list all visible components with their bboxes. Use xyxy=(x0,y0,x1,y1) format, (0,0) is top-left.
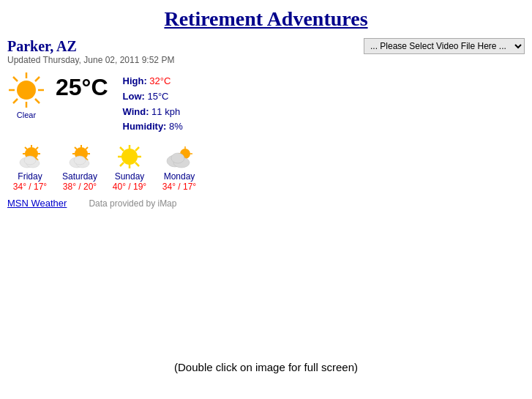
svg-line-25 xyxy=(75,147,78,150)
fullscreen-hint: (Double click on image for full screen) xyxy=(0,215,532,373)
wind-value: 11 kph xyxy=(151,106,180,117)
location-info: Parker, AZ Updated Thursday, June 02, 20… xyxy=(7,38,174,65)
forecast-icon-sunday xyxy=(115,143,144,170)
svg-line-36 xyxy=(120,147,124,151)
svg-line-27 xyxy=(85,147,88,150)
forecast-day-name-saturday: Saturday xyxy=(62,171,97,182)
svg-point-8 xyxy=(17,81,36,100)
svg-point-47 xyxy=(171,153,184,163)
svg-line-5 xyxy=(35,99,40,103)
svg-line-6 xyxy=(35,77,40,81)
current-weather-icon-area: Clear xyxy=(7,71,45,119)
forecast-day-saturday: Saturday 38° / 20° xyxy=(57,142,102,192)
forecast-temp-saturday: 38° / 20° xyxy=(63,182,97,192)
humidity-label: Humidity: xyxy=(123,121,167,132)
forecast-day-name-friday: Friday xyxy=(18,171,42,182)
forecast-temp-sunday: 40° / 19° xyxy=(113,182,146,192)
weather-details: High: 32°C Low: 15°C Wind: 11 kph Humidi… xyxy=(123,71,183,135)
updated-text: Updated Thursday, June 02, 2011 9:52 PM xyxy=(7,55,174,65)
forecast-day-sunday: Sunday 40° / 19° xyxy=(107,142,152,192)
svg-line-39 xyxy=(120,163,124,166)
wind-label: Wind: xyxy=(123,106,149,117)
page-title-area: Retirement Adventures xyxy=(0,0,532,35)
svg-line-38 xyxy=(135,147,139,151)
forecast-day-monday: Monday 34° / 17° xyxy=(157,142,202,192)
forecast-temp-monday: 34° / 17° xyxy=(162,182,196,192)
svg-line-14 xyxy=(25,147,28,150)
msn-weather-link[interactable]: MSN Weather xyxy=(7,198,67,209)
svg-line-37 xyxy=(135,163,139,166)
high-label: High: xyxy=(123,75,147,86)
weather-main: Clear 25°C High: 32°C Low: 15°C Wind: 11… xyxy=(0,65,532,138)
forecast-day-name-sunday: Sunday xyxy=(115,171,145,182)
sun-icon xyxy=(7,71,45,109)
forecast-temp-friday: 34° / 17° xyxy=(13,182,47,192)
humidity-value: 8% xyxy=(169,121,183,132)
forecast-icon-saturday xyxy=(65,143,94,170)
video-file-select[interactable]: ... Please Select Video File Here ... xyxy=(364,38,525,54)
svg-point-30 xyxy=(74,156,86,165)
weather-links: MSN Weather Data provided by iMap xyxy=(0,195,532,215)
high-value: 32°C xyxy=(149,75,171,86)
current-temp: 25°C xyxy=(53,71,116,101)
data-provider: Data provided by iMap xyxy=(89,198,176,209)
forecast-day-name-monday: Monday xyxy=(164,171,195,182)
svg-line-7 xyxy=(13,99,18,103)
clear-label: Clear xyxy=(17,111,36,119)
forecast-icon-friday xyxy=(15,143,45,170)
location-name: Parker, AZ xyxy=(7,38,174,55)
page-title: Retirement Adventures xyxy=(0,7,532,31)
low-label: Low: xyxy=(123,91,145,102)
video-select-area[interactable]: ... Please Select Video File Here ... xyxy=(364,38,525,54)
svg-point-19 xyxy=(24,156,36,165)
forecast-row: Friday 34° / 17° Saturday 38° / 20° xyxy=(0,138,532,195)
top-bar: Parker, AZ Updated Thursday, June 02, 20… xyxy=(0,35,532,65)
forecast-icon-monday xyxy=(165,143,194,170)
low-value: 15°C xyxy=(147,91,168,102)
svg-line-4 xyxy=(13,77,18,81)
forecast-day-friday: Friday 34° / 17° xyxy=(7,142,53,192)
svg-line-16 xyxy=(35,147,38,150)
svg-point-31 xyxy=(121,149,138,165)
